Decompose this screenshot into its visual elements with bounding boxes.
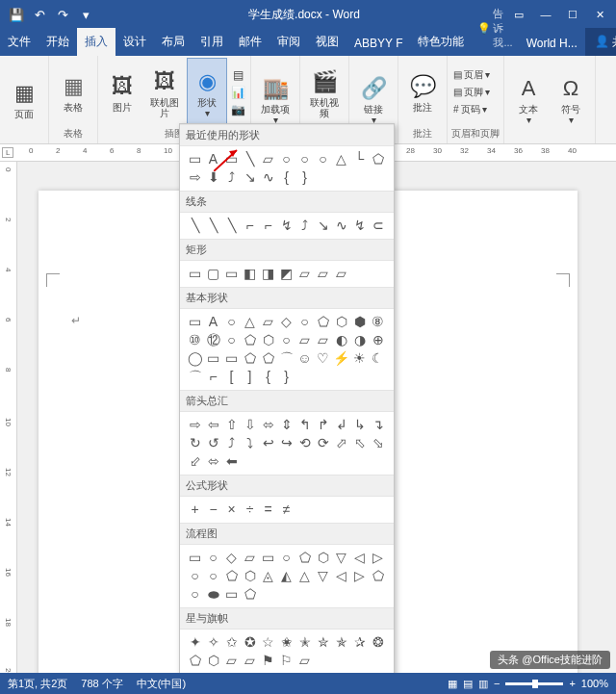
shape-item[interactable]: ○ [295, 149, 314, 167]
shape-item[interactable]: ◧ [241, 264, 259, 282]
shape-item[interactable]: ◇ [222, 548, 241, 566]
shape-item[interactable]: ▽ [314, 566, 332, 584]
redo-button[interactable]: ↷ [52, 4, 73, 25]
shape-item[interactable]: ↺ [204, 433, 222, 451]
chart-button[interactable]: 📊 [229, 84, 246, 101]
shape-item[interactable]: ÷ [241, 500, 259, 518]
shape-item[interactable]: ○ [222, 330, 241, 348]
shape-item[interactable]: ⑫ [204, 330, 222, 348]
shape-item[interactable]: ◬ [259, 566, 277, 584]
shape-item[interactable]: ▱ [241, 651, 259, 669]
shape-item[interactable]: ⟳ [314, 433, 332, 451]
shape-item[interactable]: ◐ [332, 330, 350, 348]
account-label[interactable]: World H... [519, 31, 585, 56]
tab-insert[interactable]: 插入 [77, 28, 116, 56]
shape-item[interactable]: ⬠ [295, 548, 314, 566]
tab-home[interactable]: 开始 [38, 28, 77, 56]
shape-item[interactable]: ↯ [350, 216, 369, 234]
shape-item[interactable]: ☾ [369, 348, 387, 367]
shape-item[interactable]: ❂ [369, 632, 387, 651]
shape-item[interactable]: ▱ [259, 312, 277, 330]
tab-layout[interactable]: 布局 [154, 28, 192, 56]
shape-item[interactable]: + [186, 500, 204, 518]
shape-item[interactable]: ◨ [259, 264, 277, 282]
shape-item[interactable]: ⤴ [222, 433, 241, 451]
shape-item[interactable]: ✯ [332, 632, 350, 651]
shape-item[interactable]: ▭ [259, 548, 277, 566]
shape-item[interactable]: ↯ [277, 216, 295, 234]
shape-item[interactable]: ≠ [277, 500, 295, 518]
shape-item[interactable]: ⌒ [186, 367, 204, 385]
shape-item[interactable]: ⑧ [369, 312, 387, 330]
shape-item[interactable]: ↪ [277, 433, 295, 451]
shape-item[interactable]: ⇕ [277, 415, 295, 433]
shape-item[interactable]: { [259, 367, 277, 385]
shape-item[interactable]: ⌐ [241, 216, 259, 234]
shape-item[interactable]: ⬇ [204, 167, 222, 186]
qa-more[interactable]: ▾ [75, 4, 96, 25]
shape-item[interactable]: ⬠ [186, 651, 204, 669]
shapes-button[interactable]: ◉形状▾ [187, 58, 227, 126]
shape-item[interactable]: ◇ [277, 312, 295, 330]
shape-item[interactable]: × [222, 500, 241, 518]
shape-item[interactable]: ⤵ [241, 433, 259, 451]
tab-review[interactable]: 审阅 [270, 28, 308, 56]
tab-design[interactable]: 设计 [116, 28, 154, 56]
shape-item[interactable]: ◁ [332, 566, 350, 584]
vertical-ruler[interactable]: for(let i=0;i<=22;i+=2){document.write('… [0, 162, 17, 673]
shape-item[interactable]: ○ [186, 566, 204, 584]
comment-button[interactable]: 💬批注 [402, 58, 443, 126]
online-picture-button[interactable]: 🖼联机图片 [144, 58, 185, 126]
shape-item[interactable]: ↘ [241, 167, 259, 186]
shape-item[interactable]: ⚑ [259, 651, 277, 669]
shape-item[interactable]: ✬ [277, 632, 295, 651]
maximize-button[interactable]: ☐ [560, 2, 585, 27]
picture-button[interactable]: 🖼图片 [102, 58, 142, 126]
shape-item[interactable]: ↻ [186, 433, 204, 451]
header-button[interactable]: ▤页眉 ▾ [451, 67, 492, 83]
shape-item[interactable]: ⌒ [277, 348, 295, 367]
tab-mailings[interactable]: 邮件 [231, 28, 270, 56]
shape-item[interactable]: △ [295, 566, 314, 584]
shape-item[interactable]: ⬠ [369, 566, 387, 584]
shape-item[interactable]: ⇩ [241, 415, 259, 433]
shape-item[interactable]: ⌐ [259, 216, 277, 234]
table-button[interactable]: ▦表格 [53, 58, 93, 126]
language-indicator[interactable]: 中文(中国) [137, 677, 186, 691]
share-button[interactable]: 👤 共享 [585, 28, 616, 56]
shape-item[interactable]: ⬬ [204, 584, 222, 603]
shape-item[interactable]: ○ [204, 548, 222, 566]
shape-item[interactable]: ⬠ [222, 566, 241, 584]
shape-item[interactable]: ⟲ [295, 433, 314, 451]
shape-item[interactable]: ↱ [314, 415, 332, 433]
shape-item[interactable]: ⊕ [369, 330, 387, 348]
shape-item[interactable]: ▱ [222, 651, 241, 669]
shape-item[interactable]: ▱ [259, 149, 277, 167]
shape-item[interactable]: ↰ [295, 415, 314, 433]
minimize-button[interactable]: — [533, 2, 558, 27]
shape-item[interactable]: ☺ [295, 348, 314, 367]
shape-item[interactable]: ◯ [186, 348, 204, 367]
shape-item[interactable]: ▭ [186, 312, 204, 330]
shape-item[interactable]: [ [222, 367, 241, 385]
shape-item[interactable]: ▱ [332, 264, 350, 282]
shape-item[interactable]: ○ [277, 548, 295, 566]
shape-item[interactable]: ⊂ [369, 216, 387, 234]
shape-item[interactable]: ⬁ [350, 433, 369, 451]
shape-item[interactable]: △ [332, 149, 350, 167]
shape-item[interactable]: △ [241, 312, 259, 330]
shape-item[interactable]: ↳ [350, 415, 369, 433]
shape-item[interactable]: ○ [204, 566, 222, 584]
shape-item[interactable]: ▷ [350, 566, 369, 584]
shape-item[interactable]: ▽ [332, 548, 350, 566]
tab-file[interactable]: 文件 [0, 28, 38, 56]
shape-item[interactable]: ↘ [314, 216, 332, 234]
shape-item[interactable]: ⬂ [369, 433, 387, 451]
shape-item[interactable]: ⬅ [222, 451, 241, 470]
page-indicator[interactable]: 第1页, 共2页 [8, 677, 67, 691]
shape-item[interactable]: ╲ [222, 216, 241, 234]
shape-item[interactable]: ⬡ [259, 330, 277, 348]
shape-item[interactable]: ╲ [186, 216, 204, 234]
shape-item[interactable]: ☆ [259, 632, 277, 651]
shape-item[interactable]: ▭ [186, 149, 204, 167]
